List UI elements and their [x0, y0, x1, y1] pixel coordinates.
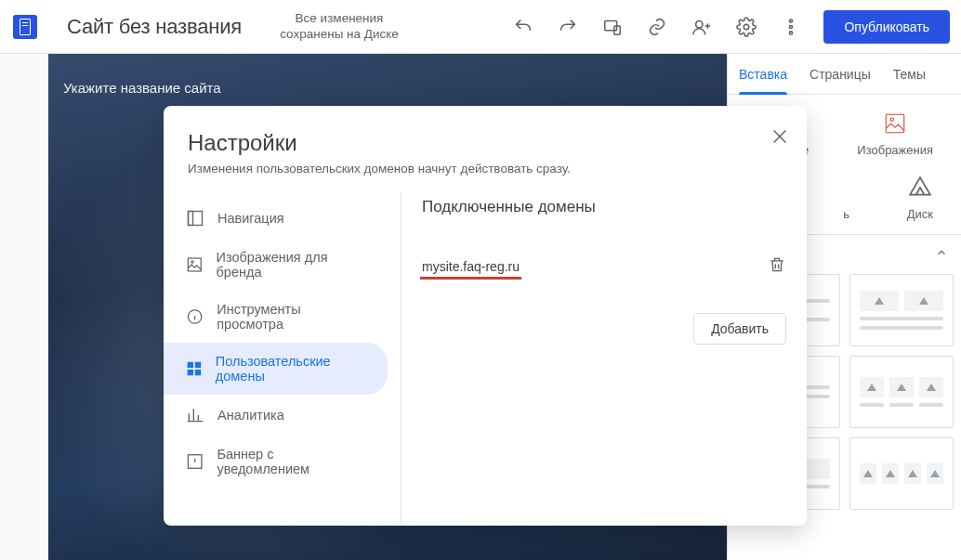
svg-point-5 — [790, 25, 793, 28]
image-icon — [883, 111, 907, 136]
document-title[interactable]: Сайт без названия — [67, 15, 242, 39]
nav-label: Пользовательские домены — [216, 354, 365, 384]
nav-label: Изображения для бренда — [217, 250, 365, 280]
svg-rect-15 — [195, 362, 200, 367]
modal-title: Настройки — [188, 130, 783, 156]
preview-icon[interactable] — [602, 17, 623, 37]
nav-item-navigation[interactable]: Навигация — [164, 198, 388, 239]
save-status: Все изменения сохранены на Диске — [279, 11, 400, 43]
header: Сайт без названия Все изменения сохранен… — [0, 0, 961, 54]
nav-label: Аналитика — [217, 408, 284, 423]
svg-rect-7 — [886, 114, 904, 133]
template-card[interactable] — [849, 274, 954, 346]
nav-item-brand-images[interactable]: Изображения для бренда — [164, 239, 388, 291]
svg-rect-17 — [195, 370, 200, 374]
close-button[interactable] — [770, 126, 790, 150]
share-icon[interactable] — [691, 17, 712, 37]
panel-item-label: Диск — [907, 207, 933, 221]
domain-row: mysite.faq-reg.ru — [422, 248, 786, 285]
modal-subtitle: Изменения пользовательских доменов начну… — [188, 162, 783, 176]
panel-item-images[interactable]: Изображения — [857, 111, 933, 157]
app-logo[interactable] — [13, 15, 37, 39]
chevron-up-icon — [935, 246, 948, 259]
template-card[interactable] — [849, 356, 954, 428]
chart-icon — [186, 406, 204, 424]
svg-rect-16 — [188, 370, 192, 374]
nav-item-custom-domains[interactable]: Пользовательские домены — [164, 343, 388, 395]
tab-insert[interactable]: Вставка — [728, 54, 798, 94]
publish-button[interactable]: Опубликовать — [823, 10, 950, 44]
nav-item-analytics[interactable]: Аналитика — [164, 395, 388, 436]
grid-icon — [186, 359, 203, 378]
undo-icon[interactable] — [513, 17, 533, 37]
panel-item-drive[interactable]: Диск — [907, 176, 933, 221]
domain-value[interactable]: mysite.faq-reg.ru — [422, 259, 520, 274]
panel-item-label: ь — [843, 207, 849, 221]
nav-label: Инструменты просмотра — [217, 302, 365, 332]
alert-icon — [186, 452, 204, 471]
content-heading: Подключенные домены — [422, 198, 786, 216]
panel-item-label: Изображения — [857, 143, 933, 157]
trash-icon — [768, 255, 786, 274]
svg-rect-9 — [189, 212, 203, 226]
site-title-placeholder[interactable]: Укажите название сайта — [63, 80, 221, 96]
image-icon — [186, 255, 204, 274]
tab-themes[interactable]: Темы — [882, 54, 937, 94]
nav-label: Баннер с уведомлением — [217, 447, 365, 476]
info-icon — [186, 307, 204, 326]
nav-icon — [186, 209, 204, 228]
embed-icon — [835, 176, 859, 200]
drive-icon — [908, 176, 932, 200]
svg-rect-11 — [188, 258, 201, 271]
add-domain-button[interactable]: Добавить — [693, 313, 786, 345]
svg-point-8 — [890, 118, 893, 121]
settings-nav: Навигация Изображения для бренда Инструм… — [164, 192, 401, 526]
svg-point-12 — [191, 261, 193, 263]
delete-domain-button[interactable] — [768, 255, 786, 278]
link-icon[interactable] — [647, 17, 667, 37]
svg-rect-10 — [189, 212, 193, 226]
gear-icon[interactable] — [736, 17, 757, 37]
nav-label: Навигация — [217, 211, 284, 226]
more-icon[interactable] — [781, 17, 801, 37]
svg-point-3 — [744, 24, 750, 30]
nav-item-viewer-tools[interactable]: Инструменты просмотра — [164, 291, 388, 343]
svg-point-6 — [790, 31, 793, 33]
redo-icon[interactable] — [558, 17, 578, 37]
panel-item-embed-fragment[interactable]: ь — [835, 176, 859, 221]
template-card[interactable] — [849, 437, 954, 510]
tab-pages[interactable]: Страницы — [798, 54, 882, 94]
svg-point-4 — [790, 20, 793, 22]
settings-modal: Настройки Изменения пользовательских дом… — [164, 106, 807, 526]
close-icon — [770, 126, 790, 147]
svg-point-2 — [696, 20, 703, 27]
svg-rect-14 — [188, 362, 192, 367]
nav-item-banner[interactable]: Баннер с уведомлением — [164, 436, 388, 488]
settings-content: Подключенные домены mysite.faq-reg.ru До… — [401, 192, 807, 526]
